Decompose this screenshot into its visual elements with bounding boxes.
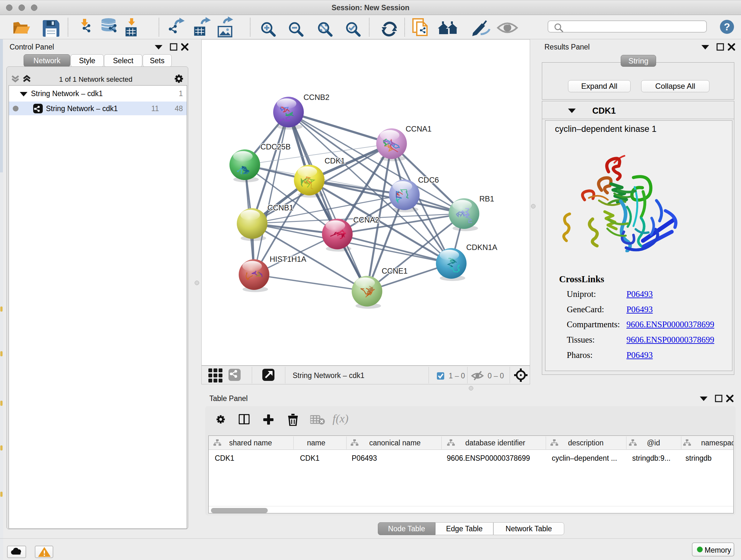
svg-text:CCNB2: CCNB2	[304, 93, 329, 102]
svg-text:HIST1H1A: HIST1H1A	[270, 255, 307, 263]
svg-text:CDC6: CDC6	[418, 176, 439, 184]
svg-text:RB1: RB1	[479, 194, 494, 203]
svg-text:CCNE1: CCNE1	[382, 266, 408, 275]
svg-text:CCNA2: CCNA2	[353, 215, 379, 224]
svg-text:CDKN1A: CDKN1A	[466, 243, 497, 252]
svg-text:CDK1: CDK1	[325, 157, 345, 165]
svg-text:CDC25B: CDC25B	[260, 142, 291, 151]
svg-text:CCNA1: CCNA1	[406, 125, 431, 133]
svg-text:CCNB1: CCNB1	[267, 203, 293, 212]
